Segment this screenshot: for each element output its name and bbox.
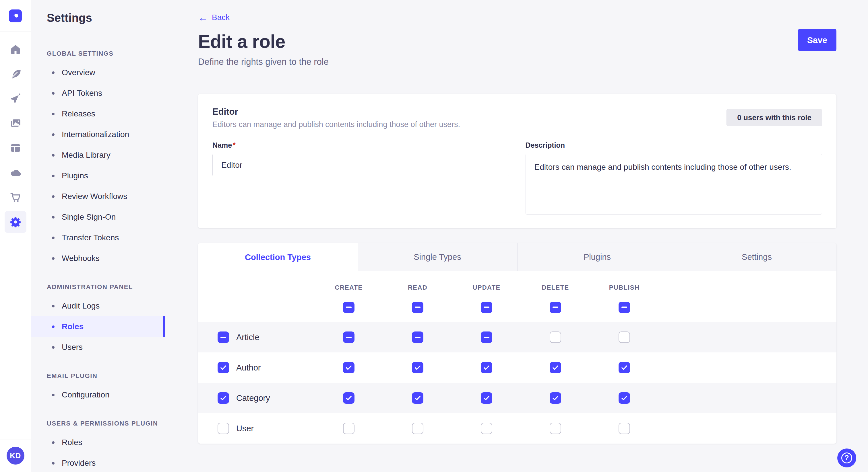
permission-cell [383, 392, 452, 404]
permission-cell [590, 362, 659, 373]
subnav-item-users[interactable]: Users [47, 337, 165, 358]
select-row-article-checkbox[interactable] [218, 332, 229, 343]
article-delete-checkbox[interactable] [550, 332, 561, 343]
category-create-checkbox[interactable] [343, 392, 354, 404]
subnav-item-overview[interactable]: Overview [47, 62, 165, 83]
check-icon [551, 364, 559, 372]
settings-gear-icon[interactable] [5, 211, 26, 233]
category-delete-checkbox[interactable] [550, 392, 561, 404]
main-content: ← Back Edit a role Define the rights giv… [165, 0, 868, 472]
author-publish-checkbox[interactable] [619, 362, 630, 373]
bullet-icon [52, 462, 55, 465]
permission-cell [452, 332, 521, 343]
subnav-item-api-tokens[interactable]: API Tokens [47, 83, 165, 103]
bullet-icon [52, 216, 55, 218]
user-delete-checkbox[interactable] [550, 423, 561, 434]
row-label-cell: User [198, 423, 314, 434]
user-read-checkbox[interactable] [412, 423, 423, 434]
indeterminate-dash-icon [220, 337, 226, 338]
category-read-checkbox[interactable] [412, 392, 423, 404]
back-link[interactable]: ← Back [198, 12, 229, 22]
article-create-checkbox[interactable] [343, 332, 354, 343]
user-publish-checkbox[interactable] [619, 423, 630, 434]
subnav-item-audit-logs[interactable]: Audit Logs [47, 296, 165, 316]
permission-cell [383, 423, 452, 434]
users-count-badge[interactable]: 0 users with this role [726, 109, 822, 126]
bullet-icon [52, 133, 55, 136]
media-library-icon[interactable] [5, 117, 26, 130]
article-update-checkbox[interactable] [481, 332, 492, 343]
select-all-update-checkbox[interactable] [481, 302, 492, 313]
subnav-item-configuration[interactable]: Configuration [47, 384, 165, 405]
name-input[interactable] [212, 154, 509, 176]
category-update-checkbox[interactable] [481, 392, 492, 404]
help-button[interactable]: ? [837, 448, 856, 467]
user-create-checkbox[interactable] [343, 423, 354, 434]
select-all-delete-checkbox[interactable] [550, 302, 561, 313]
category-publish-checkbox[interactable] [619, 392, 630, 404]
indeterminate-dash-icon [553, 307, 558, 308]
save-button[interactable]: Save [798, 29, 836, 51]
subnav-item-webhooks[interactable]: Webhooks [47, 248, 165, 269]
tab-settings[interactable]: Settings [677, 243, 836, 271]
subnav-item-single-sign-on[interactable]: Single Sign-On [47, 207, 165, 227]
tab-single-types[interactable]: Single Types [358, 243, 517, 271]
subnav-section-email-plugin: EMAIL PLUGINConfiguration [47, 370, 165, 405]
permissions-card: Collection TypesSingle TypesPluginsSetti… [198, 243, 836, 444]
subnav-item-providers[interactable]: Providers [47, 453, 165, 472]
subnav-item-label: API Tokens [62, 89, 102, 98]
subnav-item-label: Webhooks [62, 254, 100, 263]
role-subheading: Editors can manage and publish contents … [212, 120, 460, 129]
select-all-create-checkbox[interactable] [343, 302, 354, 313]
check-icon [219, 364, 227, 372]
strapi-logo[interactable] [9, 9, 22, 22]
rail-bottom: KD [0, 440, 31, 472]
subnav-item-review-workflows[interactable]: Review Workflows [47, 186, 165, 207]
user-avatar[interactable]: KD [7, 447, 24, 465]
select-row-category-checkbox[interactable] [218, 392, 229, 404]
subnav-item-roles[interactable]: Roles [47, 432, 165, 453]
cloud-icon[interactable] [5, 166, 26, 179]
user-update-checkbox[interactable] [481, 423, 492, 434]
content-type-builder-icon[interactable] [5, 142, 26, 154]
home-icon[interactable] [5, 43, 26, 56]
release-send-icon[interactable] [5, 92, 26, 105]
page-subtitle: Define the rights given to the role [198, 57, 836, 67]
select-row-author-checkbox[interactable] [218, 362, 229, 373]
content-manager-feather-icon[interactable] [5, 68, 26, 80]
check-icon [620, 364, 628, 372]
subnav-item-transfer-tokens[interactable]: Transfer Tokens [47, 227, 165, 248]
permission-row-article: Article [198, 322, 836, 352]
author-read-checkbox[interactable] [412, 362, 423, 373]
header-checkbox-cell [590, 302, 659, 313]
author-create-checkbox[interactable] [343, 362, 354, 373]
author-update-checkbox[interactable] [481, 362, 492, 373]
subnav-item-media-library[interactable]: Media Library [47, 145, 165, 165]
tab-collection-types[interactable]: Collection Types [198, 243, 358, 271]
subnav-item-internationalization[interactable]: Internationalization [47, 124, 165, 145]
subnav-item-plugins[interactable]: Plugins [47, 165, 165, 186]
subnav-item-releases[interactable]: Releases [47, 103, 165, 124]
header-checkbox-cell [383, 302, 452, 313]
subnav-section-label: GLOBAL SETTINGS [47, 48, 165, 59]
permission-cell [521, 362, 590, 373]
bullet-icon [52, 92, 55, 95]
article-publish-checkbox[interactable] [619, 332, 630, 343]
tab-plugins[interactable]: Plugins [517, 243, 677, 271]
select-row-user-checkbox[interactable] [218, 423, 229, 434]
rail-divider [0, 32, 31, 32]
article-read-checkbox[interactable] [412, 332, 423, 343]
bullet-icon [52, 195, 55, 198]
indeterminate-dash-icon [346, 337, 352, 338]
subnav-item-roles[interactable]: Roles [47, 316, 165, 337]
row-label-cell: Author [198, 362, 314, 373]
subnav-item-label: Review Workflows [62, 192, 127, 201]
subnav-item-label: Media Library [62, 150, 111, 160]
description-input[interactable]: Editors can manage and publish contents … [526, 154, 823, 214]
select-all-publish-checkbox[interactable] [619, 302, 630, 313]
author-delete-checkbox[interactable] [550, 362, 561, 373]
permission-cell [314, 362, 383, 373]
permission-cell [383, 332, 452, 343]
select-all-read-checkbox[interactable] [412, 302, 423, 313]
marketplace-cart-icon[interactable] [5, 191, 26, 204]
